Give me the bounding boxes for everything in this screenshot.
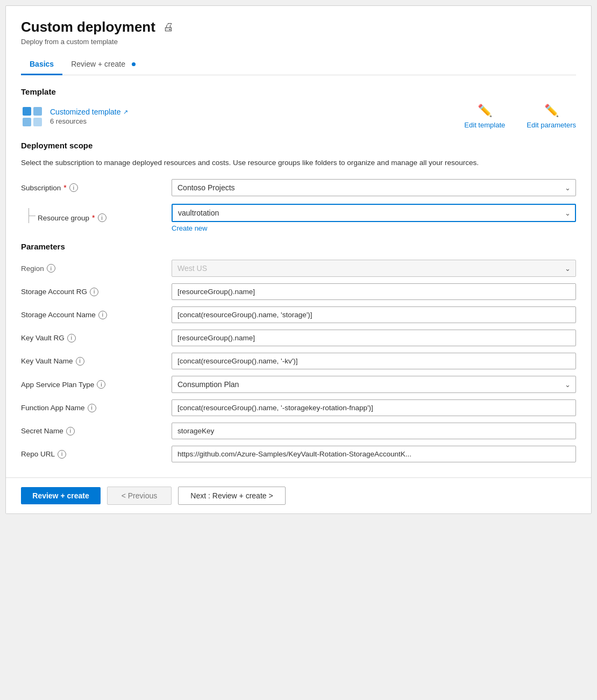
region-select-wrapper: West US ⌄ (172, 260, 576, 277)
param-row-storage-account-rg: Storage Account RG i (21, 283, 576, 300)
create-new-link[interactable]: Create new (172, 224, 576, 232)
footer: Review + create < Previous Next : Review… (6, 477, 591, 513)
template-name-link[interactable]: Customized template ↗ (50, 108, 128, 116)
scope-description: Select the subscription to manage deploy… (21, 158, 576, 168)
param-label-repo-url: Repo URL i (21, 450, 172, 459)
resource-group-select-wrapper: vaultrotation ⌄ (172, 204, 576, 222)
page-title: Custom deployment (21, 19, 155, 35)
parameters-section: Parameters Region i West US ⌄ (21, 242, 576, 462)
repo-url-input[interactable] (172, 446, 576, 462)
tab-review-create[interactable]: Review + create (62, 55, 144, 75)
key-vault-rg-control (172, 330, 576, 346)
key-vault-name-input[interactable] (172, 353, 576, 369)
deployment-scope-title: Deployment scope (21, 141, 576, 150)
param-label-key-vault-name: Key Vault Name i (21, 357, 172, 366)
subscription-label: Subscription * i (21, 179, 172, 192)
app-service-plan-select[interactable]: Consumption Plan (172, 376, 576, 393)
key-vault-name-info-icon[interactable]: i (76, 357, 84, 366)
param-row-repo-url: Repo URL i (21, 446, 576, 462)
secret-name-input[interactable] (172, 423, 576, 439)
subscription-select-wrapper: Contoso Projects ⌄ (172, 179, 576, 196)
review-create-button[interactable]: Review + create (21, 487, 101, 504)
param-row-region: Region i West US ⌄ (21, 260, 576, 277)
param-row-storage-account-name: Storage Account Name i (21, 306, 576, 323)
function-app-name-info-icon[interactable]: i (88, 404, 96, 412)
region-info-icon[interactable]: i (47, 264, 55, 273)
storage-account-name-input[interactable] (172, 306, 576, 323)
resource-group-select[interactable]: vaultrotation (172, 204, 576, 222)
svg-rect-1 (33, 107, 42, 116)
subscription-required: * (63, 183, 66, 192)
template-section-title: Template (21, 87, 576, 96)
pencil-icon-params: ✏️ (544, 104, 559, 118)
print-icon[interactable]: 🖨 (163, 21, 174, 33)
next-button[interactable]: Next : Review + create > (178, 487, 286, 505)
secret-name-control (172, 423, 576, 439)
param-label-function-app-name: Function App Name i (21, 404, 172, 412)
subscription-info-icon[interactable]: i (69, 183, 78, 192)
parameters-title: Parameters (21, 242, 576, 251)
resource-group-row: Resource group * i vaultrotation ⌄ Creat… (21, 204, 576, 232)
key-vault-rg-input[interactable] (172, 330, 576, 346)
previous-button: < Previous (107, 487, 172, 505)
template-resources: 6 resources (50, 117, 128, 125)
region-control: West US ⌄ (172, 260, 576, 277)
template-row: Customized template ↗ 6 resources ✏️ Edi… (21, 104, 576, 129)
region-select: West US (172, 260, 576, 277)
storage-account-rg-input[interactable] (172, 283, 576, 300)
app-service-plan-control: Consumption Plan ⌄ (172, 376, 576, 393)
subscription-row: Subscription * i Contoso Projects ⌄ (21, 179, 576, 196)
param-label-region: Region i (21, 264, 172, 273)
secret-name-info-icon[interactable]: i (66, 427, 75, 435)
app-service-plan-info-icon[interactable]: i (97, 380, 105, 389)
resource-group-info-icon[interactable]: i (98, 213, 106, 222)
pencil-icon-template: ✏️ (478, 104, 492, 118)
param-label-storage-account-name: Storage Account Name i (21, 311, 172, 319)
resource-group-required: * (92, 213, 95, 222)
svg-rect-2 (23, 118, 31, 126)
template-section: Template Customized t (21, 87, 576, 129)
repo-url-control (172, 446, 576, 462)
param-row-key-vault-name: Key Vault Name i (21, 353, 576, 369)
edit-template-button[interactable]: ✏️ Edit template (464, 104, 505, 129)
template-actions: ✏️ Edit template ✏️ Edit parameters (464, 104, 576, 129)
function-app-name-control (172, 399, 576, 416)
param-row-key-vault-rg: Key Vault RG i (21, 330, 576, 346)
param-label-key-vault-rg: Key Vault RG i (21, 334, 172, 342)
tabs: Basics Review + create (21, 55, 576, 75)
template-info: Customized template ↗ 6 resources (50, 108, 128, 125)
resource-group-control: vaultrotation ⌄ Create new (172, 204, 576, 232)
storage-account-name-control (172, 306, 576, 323)
app-service-plan-select-wrapper: Consumption Plan ⌄ (172, 376, 576, 393)
page-header: Custom deployment 🖨 (21, 19, 576, 35)
page-container: Custom deployment 🖨 Deploy from a custom… (5, 5, 592, 514)
deployment-scope-section: Deployment scope Select the subscription… (21, 141, 576, 232)
key-vault-name-control (172, 353, 576, 369)
param-row-app-service-plan: App Service Plan Type i Consumption Plan… (21, 376, 576, 393)
template-left: Customized template ↗ 6 resources (21, 105, 128, 128)
repo-url-info-icon[interactable]: i (58, 450, 66, 459)
key-vault-rg-info-icon[interactable]: i (67, 334, 76, 342)
param-label-secret-name: Secret Name i (21, 427, 172, 435)
storage-account-name-info-icon[interactable]: i (98, 311, 107, 319)
main-content: Custom deployment 🖨 Deploy from a custom… (6, 6, 591, 477)
storage-account-rg-control (172, 283, 576, 300)
subscription-select[interactable]: Contoso Projects (172, 179, 576, 196)
param-label-storage-account-rg: Storage Account RG i (21, 288, 172, 296)
storage-account-rg-info-icon[interactable]: i (90, 288, 98, 296)
svg-rect-0 (23, 107, 31, 116)
param-row-function-app-name: Function App Name i (21, 399, 576, 416)
param-row-secret-name: Secret Name i (21, 423, 576, 439)
param-label-app-service-plan: App Service Plan Type i (21, 380, 172, 389)
tab-dot (132, 62, 136, 66)
resource-group-label-wrapper: Resource group * i (21, 204, 172, 223)
page-subtitle: Deploy from a custom template (21, 38, 576, 46)
edit-parameters-button[interactable]: ✏️ Edit parameters (527, 104, 576, 129)
template-icon (21, 105, 44, 128)
svg-rect-3 (33, 118, 42, 126)
resource-group-label: Resource group * i (35, 209, 106, 222)
function-app-name-input[interactable] (172, 399, 576, 416)
subscription-control: Contoso Projects ⌄ (172, 179, 576, 196)
tab-basics[interactable]: Basics (21, 55, 62, 75)
